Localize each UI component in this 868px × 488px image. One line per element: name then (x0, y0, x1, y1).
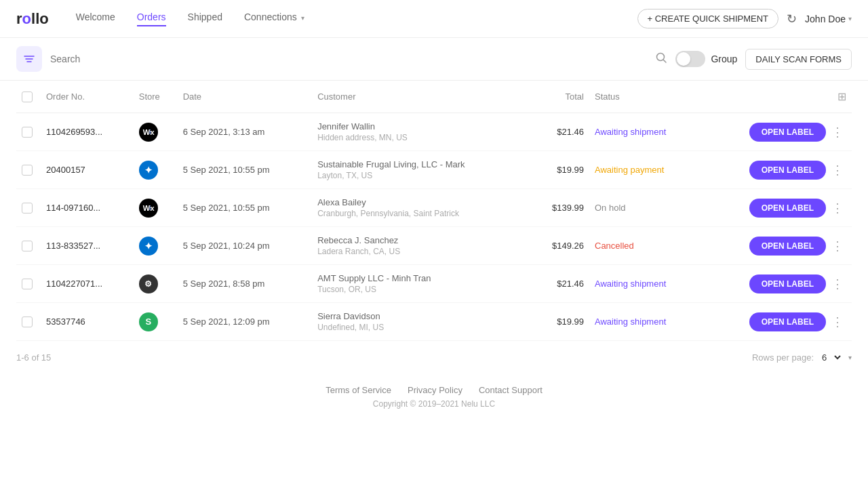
open-label-button[interactable]: OPEN LABEL (749, 199, 826, 218)
row-checkbox[interactable] (22, 317, 33, 327)
table-footer: 1-6 of 15 Rows per page: 6 10 25 ▾ (0, 341, 868, 374)
status-cell: Awaiting payment (589, 151, 703, 189)
open-label-button[interactable]: OPEN LABEL (749, 237, 826, 256)
customer-cell: Sierra Davidson Undefined, MI, US (312, 303, 530, 341)
row-checkbox[interactable] (22, 165, 33, 176)
filter-button[interactable] (16, 46, 42, 72)
actions-cell: OPEN LABEL ⋮ (703, 265, 852, 303)
nav-orders[interactable]: Orders (137, 12, 166, 26)
pagination-range: 1-6 of 15 (16, 352, 51, 363)
user-name: John Doe (805, 14, 846, 24)
total-cell: $21.46 (530, 265, 589, 303)
group-toggle[interactable] (675, 51, 705, 67)
terms-of-service-link[interactable]: Terms of Service (326, 385, 391, 395)
toolbar: Group DAILY SCAN FORMS (0, 38, 868, 81)
rows-per-page-wrap: Rows per page: 6 10 25 ▾ (752, 352, 852, 363)
status-badge: Awaiting shipment (595, 317, 666, 327)
open-label-button[interactable]: OPEN LABEL (749, 123, 826, 142)
privacy-policy-link[interactable]: Privacy Policy (408, 385, 462, 395)
order-no-cell: 114-097160... (41, 189, 134, 227)
store-icon-wix: Wix (139, 199, 158, 218)
customer-cell: AMT Supply LLC - Minh Tran Tucson, OR, U… (312, 265, 530, 303)
create-quick-shipment-button[interactable]: + CREATE QUICK SHIPMENT (637, 9, 779, 28)
open-label-button[interactable]: OPEN LABEL (749, 274, 826, 293)
open-label-button[interactable]: OPEN LABEL (749, 312, 826, 331)
more-options-button[interactable]: ⋮ (829, 277, 846, 291)
order-number: 1104269593... (46, 127, 102, 137)
customer-cell: Alexa Bailey Cranburgh, Pennsylvania, Sa… (312, 189, 530, 227)
column-layout-button[interactable]: ⊞ (837, 90, 846, 103)
order-no-cell: 20400157 (41, 151, 134, 189)
row-checkbox-cell (16, 227, 41, 265)
user-menu[interactable]: John Doe ▾ (805, 14, 852, 24)
customer-address: Cranburgh, Pennsylvania, Saint Patrick (317, 209, 525, 218)
actions-cell: OPEN LABEL ⋮ (703, 227, 852, 265)
status-cell: On hold (589, 189, 703, 227)
daily-scan-forms-button[interactable]: DAILY SCAN FORMS (745, 49, 852, 70)
actions-wrap: OPEN LABEL ⋮ (708, 312, 846, 331)
col-date: Date (178, 81, 312, 113)
order-number: 53537746 (46, 317, 85, 327)
status-badge: Awaiting payment (595, 165, 664, 175)
copyright: Copyright © 2019–2021 Nelu LLC (11, 399, 857, 409)
more-options-button[interactable]: ⋮ (829, 125, 846, 140)
status-badge: Cancelled (595, 241, 634, 251)
svg-line-4 (664, 60, 667, 63)
more-options-button[interactable]: ⋮ (829, 163, 846, 178)
status-badge: On hold (595, 203, 626, 213)
orders-table-wrap: Order No. Store Date Customer Total Stat… (0, 81, 868, 341)
table-row: 1104227071... ⚙ 5 Sep 2021, 8:58 pm AMT … (16, 265, 852, 303)
store-cell: Wix (134, 189, 178, 227)
row-checkbox-cell (16, 151, 41, 189)
order-total: $19.99 (557, 165, 584, 175)
date-cell: 5 Sep 2021, 10:55 pm (178, 189, 312, 227)
actions-cell: OPEN LABEL ⋮ (703, 303, 852, 341)
refresh-button[interactable]: ↻ (787, 12, 797, 26)
group-label: Group (711, 54, 737, 64)
search-icon (655, 52, 667, 64)
order-number: 20400157 (46, 165, 85, 175)
nav-shipped[interactable]: Shipped (188, 12, 222, 26)
rows-per-page-select[interactable]: 6 10 25 (819, 352, 843, 363)
order-total: $21.46 (557, 279, 584, 289)
date-cell: 5 Sep 2021, 10:55 pm (178, 151, 312, 189)
footer-links: Terms of Service Privacy Policy Contact … (11, 385, 857, 395)
contact-support-link[interactable]: Contact Support (479, 385, 542, 395)
customer-cell: Sustainable Frugal Living, LLC - Mark La… (312, 151, 530, 189)
row-checkbox-cell (16, 189, 41, 227)
status-cell: Awaiting shipment (589, 265, 703, 303)
nav-links: Welcome Orders Shipped Connections ▾ (76, 12, 637, 26)
more-options-button[interactable]: ⋮ (829, 201, 846, 216)
date-cell: 6 Sep 2021, 3:13 am (178, 113, 312, 151)
svg-point-3 (657, 54, 665, 61)
order-total: $19.99 (557, 317, 584, 327)
nav-connections[interactable]: Connections ▾ (244, 12, 304, 26)
order-no-cell: 1104269593... (41, 113, 134, 151)
customer-name: AMT Supply LLC - Minh Tran (317, 273, 525, 283)
search-input[interactable] (50, 54, 647, 64)
total-cell: $19.99 (530, 303, 589, 341)
more-options-button[interactable]: ⋮ (829, 314, 846, 329)
open-label-button[interactable]: OPEN LABEL (749, 161, 826, 180)
date-cell: 5 Sep 2021, 12:09 pm (178, 303, 312, 341)
col-store: Store (134, 81, 178, 113)
row-checkbox[interactable] (22, 241, 33, 251)
select-all-checkbox[interactable] (22, 92, 33, 102)
page-footer: Terms of Service Privacy Policy Contact … (0, 374, 868, 420)
more-options-button[interactable]: ⋮ (829, 239, 846, 253)
logo: rollo (16, 10, 49, 28)
row-checkbox[interactable] (22, 203, 33, 214)
nav-welcome[interactable]: Welcome (76, 12, 115, 26)
status-cell: Cancelled (589, 227, 703, 265)
actions-wrap: OPEN LABEL ⋮ (708, 199, 846, 218)
rows-per-page-label: Rows per page: (752, 352, 814, 363)
total-cell: $21.46 (530, 113, 589, 151)
row-checkbox[interactable] (22, 279, 33, 289)
total-cell: $19.99 (530, 151, 589, 189)
row-checkbox-cell (16, 113, 41, 151)
col-order-no: Order No. (41, 81, 134, 113)
search-button[interactable] (655, 52, 667, 66)
actions-wrap: OPEN LABEL ⋮ (708, 274, 846, 293)
row-checkbox[interactable] (22, 127, 33, 138)
toggle-knob (677, 52, 690, 66)
